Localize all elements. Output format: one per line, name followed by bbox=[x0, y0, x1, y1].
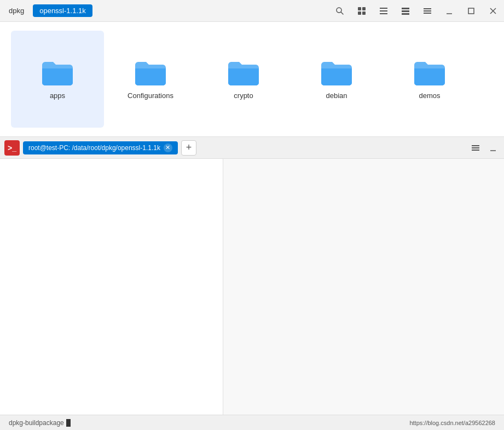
terminal-body bbox=[0, 159, 504, 415]
folder-name-crypto: crypto bbox=[234, 91, 253, 100]
folder-item-crypto[interactable]: crypto bbox=[197, 31, 290, 128]
svg-rect-19 bbox=[472, 145, 479, 146]
terminal-tab[interactable]: root@test-PC: /data/root/dpkg/openssl-1.… bbox=[23, 141, 178, 154]
folder-icon-debian bbox=[320, 59, 353, 87]
minimize-icon[interactable] bbox=[443, 4, 456, 18]
restore-icon[interactable] bbox=[465, 4, 478, 18]
folder-grid: apps Configurations crypto debian bbox=[0, 22, 504, 136]
folder-icon-apps bbox=[41, 59, 74, 87]
terminal-container: >_ root@test-PC: /data/root/dpkg/openssl… bbox=[0, 137, 504, 430]
status-command: dpkg-buildpackage bbox=[9, 419, 71, 427]
svg-rect-13 bbox=[424, 10, 431, 12]
terminal-left-pane[interactable] bbox=[0, 159, 223, 415]
folder-name-configurations: Configurations bbox=[128, 91, 173, 100]
folder-item-apps[interactable]: apps bbox=[11, 31, 104, 128]
menu-icon[interactable] bbox=[421, 4, 434, 18]
terminal-new-tab-button[interactable]: + bbox=[181, 140, 196, 156]
svg-rect-14 bbox=[424, 13, 431, 14]
svg-rect-4 bbox=[358, 12, 361, 15]
svg-rect-2 bbox=[358, 7, 361, 10]
svg-rect-8 bbox=[380, 13, 387, 14]
list-small-icon[interactable] bbox=[377, 4, 390, 18]
terminal-minimize-icon[interactable] bbox=[486, 141, 500, 154]
folder-icon-configurations bbox=[134, 59, 167, 87]
title-bar-icons bbox=[333, 4, 500, 18]
svg-rect-16 bbox=[468, 8, 474, 14]
svg-rect-20 bbox=[472, 147, 479, 148]
svg-rect-3 bbox=[362, 7, 366, 10]
terminal-tab-path: root@test-PC: /data/root/dpkg/openssl-1.… bbox=[28, 144, 160, 152]
title-bar: dpkg openssl-1.1.1k bbox=[0, 0, 504, 22]
folder-item-configurations[interactable]: Configurations bbox=[104, 31, 197, 128]
folder-name-apps: apps bbox=[50, 91, 65, 100]
app-name: dpkg bbox=[4, 4, 28, 17]
svg-line-1 bbox=[341, 12, 343, 14]
title-bar-tab[interactable]: openssl-1.1.1k bbox=[33, 4, 92, 17]
grid-view-icon[interactable] bbox=[355, 4, 368, 18]
folder-name-demos: demos bbox=[419, 91, 440, 100]
terminal-tab-controls bbox=[469, 141, 500, 154]
file-manager: apps Configurations crypto debian bbox=[0, 22, 504, 137]
svg-rect-11 bbox=[402, 13, 409, 15]
svg-rect-7 bbox=[380, 10, 387, 12]
terminal-cursor bbox=[66, 419, 71, 427]
terminal-menu-icon[interactable] bbox=[469, 141, 482, 154]
svg-rect-9 bbox=[402, 8, 409, 9]
terminal-right-pane[interactable] bbox=[223, 159, 504, 415]
folder-item-debian[interactable]: debian bbox=[290, 31, 383, 128]
svg-rect-21 bbox=[472, 150, 479, 151]
terminal-tab-close-button[interactable]: ✕ bbox=[164, 144, 172, 152]
svg-rect-6 bbox=[380, 8, 387, 9]
close-icon[interactable] bbox=[486, 4, 500, 18]
list-large-icon[interactable] bbox=[399, 4, 412, 18]
folder-icon-demos bbox=[413, 59, 446, 87]
svg-rect-5 bbox=[362, 12, 366, 15]
folder-name-debian: debian bbox=[326, 91, 347, 100]
status-url: https://blog.csdn.net/a29562268 bbox=[409, 420, 495, 426]
terminal-tab-bar: >_ root@test-PC: /data/root/dpkg/openssl… bbox=[0, 137, 504, 159]
svg-rect-10 bbox=[402, 10, 409, 12]
terminal-app-icon: >_ bbox=[4, 140, 20, 156]
folder-item-demos[interactable]: demos bbox=[383, 31, 476, 128]
status-command-text: dpkg-buildpackage bbox=[9, 419, 64, 427]
status-bar: dpkg-buildpackage https://blog.csdn.net/… bbox=[0, 415, 504, 430]
svg-rect-12 bbox=[424, 8, 431, 9]
search-icon[interactable] bbox=[333, 4, 346, 18]
folder-icon-crypto bbox=[227, 59, 260, 87]
